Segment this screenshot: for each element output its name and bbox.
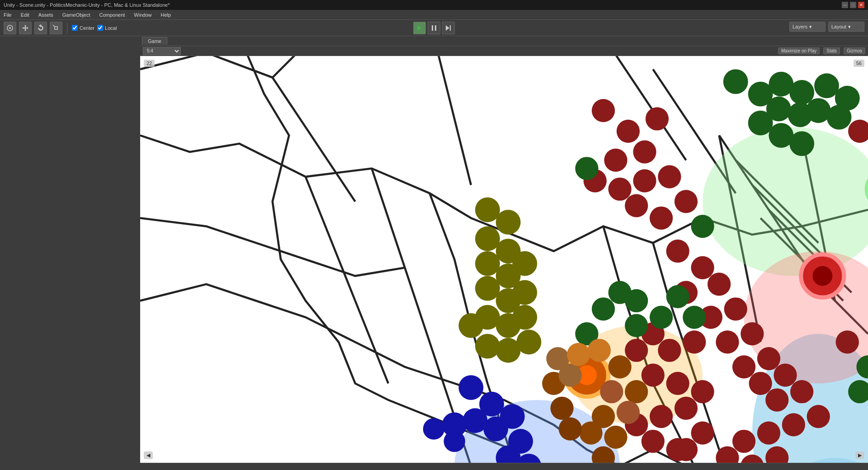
pause-button[interactable] [428,22,440,34]
svg-point-81 [691,215,714,238]
svg-point-53 [675,397,698,420]
maximize-on-play-button[interactable]: Maximize on Play [778,47,820,54]
svg-point-34 [765,388,788,411]
map-visualization [140,56,868,463]
svg-point-16 [609,178,632,201]
minimize-button[interactable]: — [842,2,848,8]
svg-point-130 [604,426,627,449]
svg-point-39 [732,430,755,453]
toolbar-separator-1 [67,23,67,33]
svg-point-11 [617,120,640,143]
svg-point-102 [512,280,537,305]
game-tab[interactable]: Game [142,37,167,45]
game-tab-label: Game [148,38,161,44]
bottom-status-bar [140,463,868,470]
svg-point-25 [708,273,731,296]
svg-point-56 [642,430,665,453]
svg-point-47 [658,339,681,362]
menu-file[interactable]: File [2,11,14,19]
svg-point-128 [617,401,640,424]
svg-point-108 [496,338,521,363]
menu-window[interactable]: Window [132,11,153,19]
hand-tool-button[interactable] [4,22,16,34]
svg-point-64 [836,330,859,353]
gizmos-button[interactable]: Gizmos [844,47,865,54]
svg-point-1 [9,27,11,29]
svg-rect-6 [435,25,436,31]
svg-point-95 [475,226,500,251]
menu-gameobject[interactable]: GameObject [61,11,92,19]
play-button[interactable] [413,22,426,34]
svg-point-54 [650,405,673,428]
svg-point-29 [741,322,764,345]
step-button[interactable] [442,22,455,34]
svg-point-46 [683,330,706,353]
svg-point-13 [633,141,656,164]
svg-point-38 [757,422,780,445]
svg-point-50 [642,364,665,387]
close-button[interactable]: ✕ [858,2,864,8]
menu-bar: File Edit Assets GameObject Component Wi… [0,10,868,20]
svg-point-10 [592,99,615,122]
svg-point-125 [609,355,632,378]
svg-point-19 [625,194,648,217]
svg-point-87 [592,297,615,320]
svg-point-23 [691,256,714,279]
layout-dropdown[interactable]: Layout ▾ [828,22,864,32]
play-controls [413,22,455,34]
title-bar: Unity - Scene.unity - PoliticsMechanic-U… [0,0,868,10]
pivot-toggle[interactable]: Center [72,25,94,31]
menu-component[interactable]: Component [97,11,127,19]
pivot-checkbox[interactable] [72,25,78,31]
title-bar-controls: — □ ✕ [842,2,864,8]
stats-button[interactable]: Stats [823,47,840,54]
aspect-select[interactable]: 5:4 16:9 Free Aspect [143,47,181,55]
badge-top-right: 56 [854,60,864,67]
svg-point-35 [790,380,813,403]
svg-point-99 [475,276,500,301]
svg-point-139 [588,339,611,362]
local-label: Local [105,25,117,31]
move-tool-button[interactable] [19,22,32,34]
svg-rect-8 [450,25,451,31]
game-options-bar: 5:4 16:9 Free Aspect Maximize on Play St… [140,46,868,56]
menu-help[interactable]: Help [159,11,173,19]
svg-line-3 [53,25,55,27]
svg-point-37 [782,413,805,436]
window-title: Unity - Scene.unity - PoliticsMechanic-U… [4,2,170,8]
svg-point-28 [716,330,739,353]
svg-point-43 [691,422,714,445]
svg-point-17 [633,169,656,193]
svg-point-89 [625,314,648,337]
badge-bottom-right: ▶ [855,451,864,459]
svg-point-93 [475,197,500,222]
menu-assets[interactable]: Assets [37,11,55,19]
local-checkbox[interactable] [97,25,103,31]
game-canvas: 22 56 ◀ ▶ [140,56,868,463]
svg-point-57 [666,438,689,461]
maximize-button[interactable]: □ [850,2,856,8]
pivot-label: Center [80,25,94,31]
svg-point-22 [666,240,689,263]
svg-point-52 [691,380,714,403]
game-options-right: Maximize on Play Stats Gizmos [778,47,865,54]
rotate-tool-button[interactable] [34,22,47,34]
svg-point-14 [604,149,627,172]
toolbar-right: Layers ▾ Layout ▾ [789,22,864,32]
svg-point-73 [788,102,813,127]
svg-point-84 [650,306,673,329]
svg-point-83 [683,306,706,329]
svg-point-106 [458,313,483,338]
svg-point-18 [658,165,681,188]
svg-point-97 [475,251,500,276]
local-toggle[interactable]: Local [97,25,117,31]
svg-point-49 [625,339,648,362]
svg-point-134 [550,397,573,420]
svg-point-31 [732,355,755,378]
layers-dropdown[interactable]: Layers ▾ [789,22,826,32]
svg-point-126 [625,380,648,403]
svg-rect-2 [55,27,57,29]
menu-edit[interactable]: Edit [19,11,31,19]
scale-tool-button[interactable] [50,22,62,34]
game-options-left: 5:4 16:9 Free Aspect [143,47,181,55]
